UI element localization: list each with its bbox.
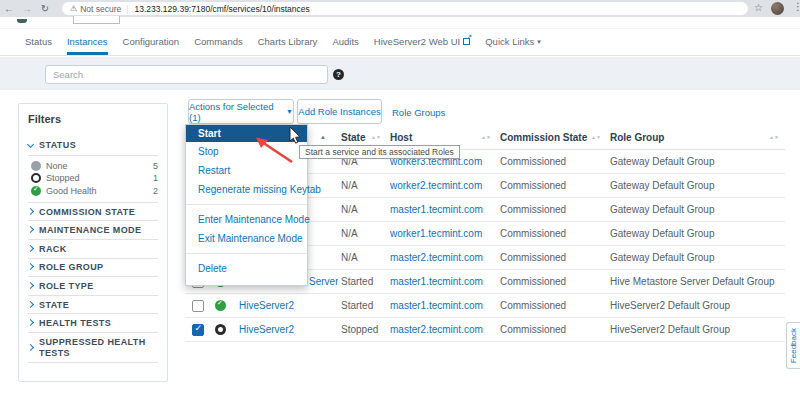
browser-profile-avatar[interactable] [771, 2, 784, 15]
clipped-page-header [0, 17, 800, 28]
state-cell: N/A [338, 252, 387, 263]
commission-state-cell: Commissioned [497, 228, 607, 239]
sort-icon: ▲▼ [481, 136, 491, 140]
state-cell: N/A [338, 180, 387, 191]
none-status-icon [31, 161, 41, 171]
menu-divider [186, 253, 307, 254]
actions-for-selected-button[interactable]: Actions for Selected (1) ▼ [188, 99, 294, 124]
browser-menu-icon[interactable]: ⋮ [793, 1, 800, 12]
commission-state-cell: Commissioned [497, 156, 607, 167]
sort-icon: ▲▼ [371, 136, 381, 140]
tab-audits[interactable]: Audits [332, 29, 358, 55]
help-icon[interactable]: ? [333, 69, 344, 80]
host-link[interactable]: master2.tecmint.com [390, 324, 483, 335]
host-link[interactable]: worker2.tecmint.com [390, 180, 482, 191]
tab-charts-library[interactable]: Charts Library [258, 29, 318, 55]
filter-item-label: Stopped [46, 173, 80, 183]
role-groups-button[interactable]: Role Groups [392, 107, 445, 118]
chevron-right-icon [27, 319, 34, 326]
commission-state-cell: Commissioned [497, 180, 607, 191]
column-header-role-group[interactable]: Role Group▲▼ [607, 132, 785, 143]
tab-label: HiveServer2 Web UI [374, 36, 460, 47]
tab-configuration[interactable]: Configuration [123, 29, 180, 55]
role-group-cell: Gateway Default Group [607, 156, 785, 167]
back-icon[interactable]: ← [0, 3, 18, 14]
menu-item-regenerate-missing-keytab[interactable]: Regenerate missing Keytab [186, 180, 307, 199]
good-status-icon [31, 186, 41, 196]
filter-section-label: COMMISSION STATE [39, 207, 135, 217]
tab-label: Quick Links [485, 36, 534, 47]
filter-item-count: 5 [153, 161, 158, 171]
security-label[interactable]: Not secure [80, 4, 121, 14]
search-input[interactable] [45, 65, 328, 84]
host-link[interactable]: master1.tecmint.com [390, 276, 483, 287]
filter-item-label: Good Health [46, 186, 97, 196]
commission-state-cell: Commissioned [497, 276, 607, 287]
tab-status[interactable]: Status [25, 29, 52, 55]
tab-label: Status [25, 36, 52, 47]
table-row: HiveServer2Stoppedmaster2.tecmint.comCom… [185, 318, 785, 342]
status-filter-good-health[interactable]: Good Health2 [28, 185, 158, 197]
tab-quick-links[interactable]: Quick Links▾ [485, 29, 541, 55]
filter-section-commission-state[interactable]: COMMISSION STATE [28, 203, 158, 222]
chevron-right-icon [27, 226, 34, 233]
host-link[interactable]: master1.tecmint.com [390, 300, 483, 311]
host-link[interactable]: master2.tecmint.com [390, 252, 483, 263]
filter-section-state[interactable]: STATE [28, 296, 158, 315]
chevron-down-icon: ▼ [286, 108, 293, 115]
filter-item-label: None [46, 161, 68, 171]
role-group-cell: HiveServer2 Default Group [607, 324, 785, 335]
status-filter-none[interactable]: None5 [28, 160, 158, 172]
bookmark-star-icon[interactable]: ☆ [754, 2, 763, 13]
menu-item-restart[interactable]: Restart [186, 161, 307, 180]
tab-label: Audits [332, 36, 358, 47]
menu-item-delete[interactable]: Delete [186, 259, 307, 278]
feedback-tab[interactable]: Feedback [786, 322, 800, 369]
filter-section-status[interactable]: STATUS [28, 140, 158, 156]
role-group-cell: Gateway Default Group [607, 228, 785, 239]
forward-icon[interactable]: → [18, 3, 36, 14]
filter-section-maintenance-mode[interactable]: MAINTENANCE MODE [28, 221, 158, 240]
row-checkbox-checked[interactable] [192, 324, 204, 336]
role-type-link[interactable]: HiveServer2 [239, 324, 294, 335]
external-link-icon [463, 38, 470, 45]
role-group-cell: Gateway Default Group [607, 180, 785, 191]
column-header-host[interactable]: Host▲▼ [387, 132, 497, 143]
role-type-link[interactable]: HiveServer2 [239, 300, 294, 311]
filter-section-rack[interactable]: RACK [28, 240, 158, 259]
menu-item-stop[interactable]: Stop [186, 142, 307, 161]
column-header-state[interactable]: State▲▼ [338, 132, 387, 143]
state-cell: Started [338, 276, 387, 287]
filters-panel: Filters STATUS None5Stopped1Good Health2… [18, 103, 168, 382]
table-row: HiveServer2Startedmaster1.tecmint.comCom… [185, 294, 785, 318]
menu-item-start[interactable]: Start [186, 125, 307, 142]
host-link[interactable]: master1.tecmint.com [390, 204, 483, 215]
filter-section-role-group[interactable]: ROLE GROUP [28, 259, 158, 278]
menu-item-enter-maintenance-mode[interactable]: Enter Maintenance Mode [186, 210, 307, 229]
tab-commands[interactable]: Commands [194, 29, 243, 55]
url-text[interactable]: 13.233.129.39:7180/cmf/services/10/insta… [135, 4, 310, 14]
stopped-status-icon [31, 173, 41, 183]
refresh-icon[interactable]: ↻ [36, 3, 54, 14]
role-group-cell: Gateway Default Group [607, 252, 785, 263]
commission-state-cell: Commissioned [497, 204, 607, 215]
filter-section-suppressed-health-tests[interactable]: SUPPRESSED HEALTH TESTS [28, 333, 158, 363]
tab-label: Instances [67, 36, 108, 47]
chevron-right-icon [27, 282, 34, 289]
column-header-commission-state[interactable]: Commission State▲▼ [497, 132, 607, 143]
filter-section-role-type[interactable]: ROLE TYPE [28, 277, 158, 296]
tab-instances[interactable]: Instances [67, 29, 108, 55]
add-role-instances-button[interactable]: Add Role Instances [297, 99, 382, 124]
clipped-logo-fragment [17, 19, 27, 23]
address-bar[interactable]: ⚠ Not secure | 13.233.129.39:7180/cmf/se… [62, 2, 748, 15]
host-link[interactable]: worker1.tecmint.com [390, 228, 482, 239]
filter-section-health-tests[interactable]: HEALTH TESTS [28, 314, 158, 333]
tab-hiveserver2-web-ui[interactable]: HiveServer2 Web UI [374, 29, 470, 55]
menu-item-exit-maintenance-mode[interactable]: Exit Maintenance Mode [186, 229, 307, 248]
host-cell: master2.tecmint.com [387, 324, 497, 335]
chevron-down-icon: ▾ [537, 38, 541, 46]
row-checkbox[interactable] [192, 300, 204, 312]
status-filter-stopped[interactable]: Stopped1 [28, 172, 158, 184]
collapsed-filter-sections: COMMISSION STATEMAINTENANCE MODERACKROLE… [28, 203, 158, 363]
start-tooltip: Start a service and its associated Roles [299, 145, 460, 159]
